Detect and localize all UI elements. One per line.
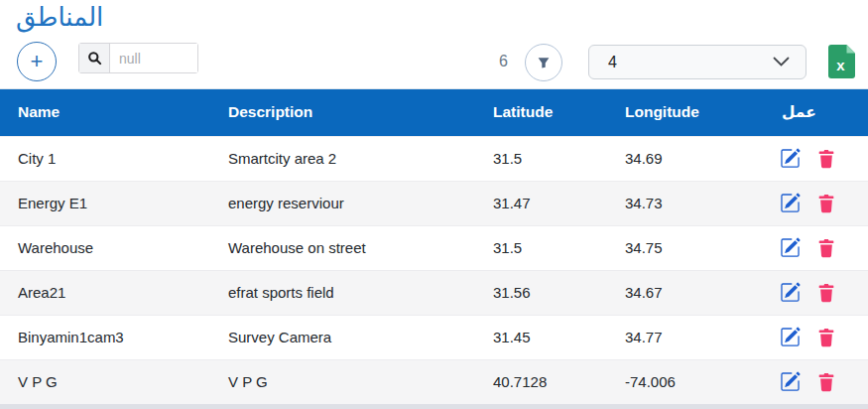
add-button[interactable]: +: [17, 42, 57, 81]
edit-button[interactable]: [780, 282, 801, 303]
header-actions: عمل: [764, 89, 868, 136]
delete-button[interactable]: [817, 194, 835, 213]
cell-description: efrat sports field: [210, 270, 475, 315]
edit-pencil-icon: [780, 148, 801, 169]
export-excel-button[interactable]: x: [828, 45, 855, 78]
cell-description: Warehouse on street: [210, 225, 475, 270]
edit-pencil-icon: [780, 327, 801, 347]
cell-latitude: 40.7128: [475, 359, 607, 404]
table-row: V P G V P G 40.7128 -74.006: [0, 359, 868, 404]
filter-funnel-icon: [536, 55, 552, 70]
cell-longitude: 34.67: [607, 270, 764, 315]
table-body: City 1 Smartcity area 2 31.5 34.69: [0, 136, 868, 404]
table-row: City 1 Smartcity area 2 31.5 34.69: [0, 136, 868, 181]
cell-actions: [764, 225, 868, 270]
cell-longitude: 34.73: [607, 181, 764, 225]
cell-description: V P G: [210, 359, 475, 404]
cell-name: City 1: [0, 136, 210, 181]
cell-actions: [764, 181, 868, 225]
page-size-select[interactable]: 4: [588, 45, 806, 79]
trash-icon: [817, 283, 835, 303]
excel-file-icon: x: [828, 45, 855, 78]
delete-button[interactable]: [817, 149, 835, 169]
trash-icon: [817, 328, 835, 347]
header-latitude: Latitude: [475, 89, 607, 136]
cell-latitude: 31.56: [475, 270, 607, 315]
edit-pencil-icon: [780, 193, 801, 213]
edit-button[interactable]: [780, 237, 801, 258]
edit-pencil-icon: [780, 237, 801, 258]
search-input[interactable]: [110, 44, 197, 72]
cell-longitude: 34.69: [607, 136, 764, 181]
cell-name: V P G: [0, 359, 210, 404]
cell-description: Survey Camera: [210, 315, 475, 359]
result-count: 6: [499, 53, 508, 70]
cell-longitude: -74.006: [607, 359, 764, 404]
header-description: Description: [210, 89, 475, 136]
cell-name: Binyamin1cam3: [0, 315, 210, 359]
cell-latitude: 31.47: [475, 181, 607, 225]
regions-page: المناطق + 6 4: [0, 0, 868, 409]
table-row: Warehouse Warehouse on street 31.5 34.75: [0, 225, 868, 270]
table-row: Area21 efrat sports field 31.56 34.67: [0, 270, 868, 315]
cell-description: energy reserviour: [210, 181, 475, 225]
trash-icon: [817, 372, 835, 392]
cell-description: Smartcity area 2: [210, 136, 475, 181]
delete-button[interactable]: [817, 238, 835, 258]
cell-name: Area21: [0, 270, 210, 315]
header-name: Name: [0, 89, 210, 136]
cell-actions: [764, 270, 868, 315]
delete-button[interactable]: [817, 328, 835, 347]
table-row: Energy E1 energy reserviour 31.47 34.73: [0, 181, 868, 225]
regions-table: Name Description Latitude Longitude عمل …: [0, 88, 868, 404]
edit-pencil-icon: [780, 371, 801, 392]
table-row: Binyamin1cam3 Survey Camera 31.45 34.77: [0, 315, 868, 359]
trash-icon: [817, 149, 835, 169]
trash-icon: [817, 194, 835, 213]
page-title: المناطق: [16, 2, 103, 33]
search-icon[interactable]: [79, 44, 110, 72]
edit-button[interactable]: [780, 148, 801, 169]
trash-icon: [817, 238, 835, 258]
cell-latitude: 31.45: [475, 315, 607, 359]
excel-x-glyph: x: [836, 57, 845, 73]
delete-button[interactable]: [817, 283, 835, 303]
cell-actions: [764, 315, 868, 359]
table-header-row: Name Description Latitude Longitude عمل: [0, 89, 868, 136]
bottom-scroll-strip[interactable]: [0, 404, 868, 409]
cell-name: Energy E1: [0, 181, 210, 225]
edit-button[interactable]: [780, 371, 801, 392]
filter-button[interactable]: [525, 44, 562, 81]
chevron-down-icon: [773, 57, 790, 68]
cell-name: Warehouse: [0, 225, 210, 270]
cell-longitude: 34.77: [607, 315, 764, 359]
delete-button[interactable]: [817, 372, 835, 392]
header-longitude: Longitude: [607, 89, 764, 136]
page-size-value: 4: [608, 54, 617, 71]
edit-pencil-icon: [780, 282, 801, 303]
cell-latitude: 31.5: [475, 225, 607, 270]
cell-latitude: 31.5: [475, 136, 607, 181]
cell-longitude: 34.75: [607, 225, 764, 270]
search-box: [78, 43, 198, 73]
cell-actions: [764, 359, 868, 404]
cell-actions: [764, 136, 868, 181]
edit-button[interactable]: [780, 327, 801, 347]
edit-button[interactable]: [780, 193, 801, 213]
